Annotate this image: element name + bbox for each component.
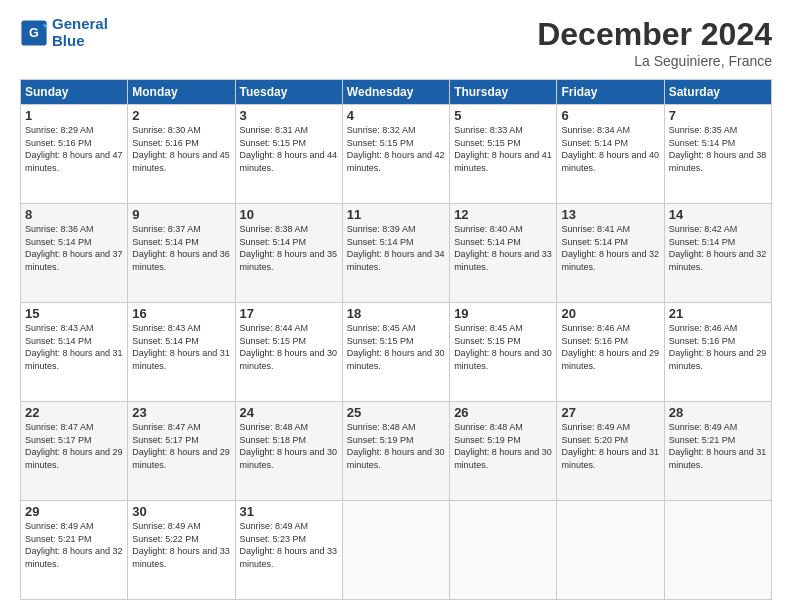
day-cell: 4 Sunrise: 8:32 AMSunset: 5:15 PMDayligh… — [342, 105, 449, 204]
day-cell: 14 Sunrise: 8:42 AMSunset: 5:14 PMDaylig… — [664, 204, 771, 303]
table-row: 29 Sunrise: 8:49 AMSunset: 5:21 PMDaylig… — [21, 501, 772, 600]
calendar-header-row: Sunday Monday Tuesday Wednesday Thursday… — [21, 80, 772, 105]
day-cell: 23 Sunrise: 8:47 AMSunset: 5:17 PMDaylig… — [128, 402, 235, 501]
empty-cell — [342, 501, 449, 600]
day-cell: 9 Sunrise: 8:37 AMSunset: 5:14 PMDayligh… — [128, 204, 235, 303]
month-title: December 2024 — [537, 16, 772, 53]
header: G General Blue December 2024 La Seguinie… — [20, 16, 772, 69]
table-row: 15 Sunrise: 8:43 AMSunset: 5:14 PMDaylig… — [21, 303, 772, 402]
day-cell: 28 Sunrise: 8:49 AMSunset: 5:21 PMDaylig… — [664, 402, 771, 501]
day-cell: 6 Sunrise: 8:34 AMSunset: 5:14 PMDayligh… — [557, 105, 664, 204]
col-monday: Monday — [128, 80, 235, 105]
day-cell: 20 Sunrise: 8:46 AMSunset: 5:16 PMDaylig… — [557, 303, 664, 402]
col-friday: Friday — [557, 80, 664, 105]
day-cell: 15 Sunrise: 8:43 AMSunset: 5:14 PMDaylig… — [21, 303, 128, 402]
logo-icon: G — [20, 19, 48, 47]
day-cell: 27 Sunrise: 8:49 AMSunset: 5:20 PMDaylig… — [557, 402, 664, 501]
day-cell: 5 Sunrise: 8:33 AMSunset: 5:15 PMDayligh… — [450, 105, 557, 204]
day-cell: 16 Sunrise: 8:43 AMSunset: 5:14 PMDaylig… — [128, 303, 235, 402]
day-cell: 29 Sunrise: 8:49 AMSunset: 5:21 PMDaylig… — [21, 501, 128, 600]
day-cell: 26 Sunrise: 8:48 AMSunset: 5:19 PMDaylig… — [450, 402, 557, 501]
col-wednesday: Wednesday — [342, 80, 449, 105]
day-cell: 3 Sunrise: 8:31 AMSunset: 5:15 PMDayligh… — [235, 105, 342, 204]
title-block: December 2024 La Seguiniere, France — [537, 16, 772, 69]
col-saturday: Saturday — [664, 80, 771, 105]
day-cell: 21 Sunrise: 8:46 AMSunset: 5:16 PMDaylig… — [664, 303, 771, 402]
logo-text: General Blue — [52, 16, 108, 49]
day-cell: 2 Sunrise: 8:30 AMSunset: 5:16 PMDayligh… — [128, 105, 235, 204]
day-cell: 25 Sunrise: 8:48 AMSunset: 5:19 PMDaylig… — [342, 402, 449, 501]
day-cell: 17 Sunrise: 8:44 AMSunset: 5:15 PMDaylig… — [235, 303, 342, 402]
empty-cell — [664, 501, 771, 600]
logo: G General Blue — [20, 16, 108, 49]
col-tuesday: Tuesday — [235, 80, 342, 105]
location: La Seguiniere, France — [537, 53, 772, 69]
day-cell: 31 Sunrise: 8:49 AMSunset: 5:23 PMDaylig… — [235, 501, 342, 600]
day-cell: 13 Sunrise: 8:41 AMSunset: 5:14 PMDaylig… — [557, 204, 664, 303]
day-cell: 22 Sunrise: 8:47 AMSunset: 5:17 PMDaylig… — [21, 402, 128, 501]
day-cell: 11 Sunrise: 8:39 AMSunset: 5:14 PMDaylig… — [342, 204, 449, 303]
day-cell: 24 Sunrise: 8:48 AMSunset: 5:18 PMDaylig… — [235, 402, 342, 501]
day-cell: 30 Sunrise: 8:49 AMSunset: 5:22 PMDaylig… — [128, 501, 235, 600]
day-cell: 8 Sunrise: 8:36 AMSunset: 5:14 PMDayligh… — [21, 204, 128, 303]
table-row: 22 Sunrise: 8:47 AMSunset: 5:17 PMDaylig… — [21, 402, 772, 501]
calendar-page: G General Blue December 2024 La Seguinie… — [0, 0, 792, 612]
col-thursday: Thursday — [450, 80, 557, 105]
day-cell: 18 Sunrise: 8:45 AMSunset: 5:15 PMDaylig… — [342, 303, 449, 402]
table-row: 1 Sunrise: 8:29 AMSunset: 5:16 PMDayligh… — [21, 105, 772, 204]
day-cell: 19 Sunrise: 8:45 AMSunset: 5:15 PMDaylig… — [450, 303, 557, 402]
day-cell: 10 Sunrise: 8:38 AMSunset: 5:14 PMDaylig… — [235, 204, 342, 303]
calendar-table: Sunday Monday Tuesday Wednesday Thursday… — [20, 79, 772, 600]
empty-cell — [450, 501, 557, 600]
day-cell: 12 Sunrise: 8:40 AMSunset: 5:14 PMDaylig… — [450, 204, 557, 303]
day-cell: 7 Sunrise: 8:35 AMSunset: 5:14 PMDayligh… — [664, 105, 771, 204]
day-cell: 1 Sunrise: 8:29 AMSunset: 5:16 PMDayligh… — [21, 105, 128, 204]
empty-cell — [557, 501, 664, 600]
svg-text:G: G — [29, 26, 39, 40]
table-row: 8 Sunrise: 8:36 AMSunset: 5:14 PMDayligh… — [21, 204, 772, 303]
col-sunday: Sunday — [21, 80, 128, 105]
